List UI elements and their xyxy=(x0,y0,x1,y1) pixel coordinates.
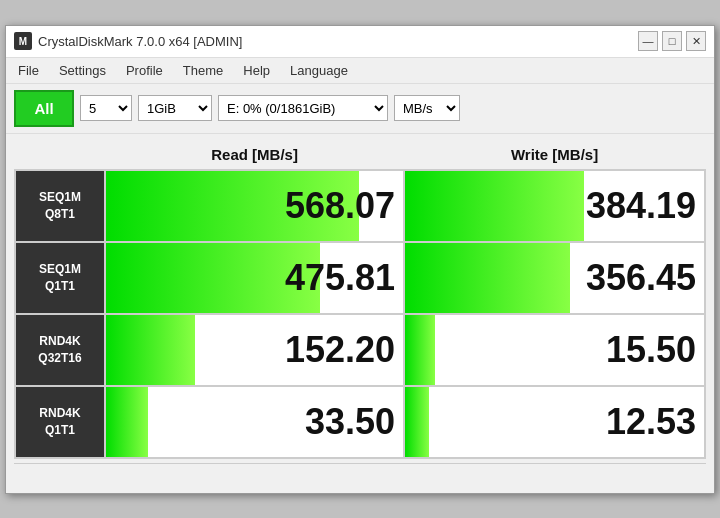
read-value: 33.50 xyxy=(305,401,395,443)
write-cell: 384.19 xyxy=(404,170,705,242)
read-cell: 568.07 xyxy=(105,170,404,242)
row-label-line2: Q8T1 xyxy=(45,207,75,221)
count-select[interactable]: 5 1 3 9 xyxy=(80,95,132,121)
drive-select[interactable]: E: 0% (0/1861GiB) xyxy=(218,95,388,121)
table-row: RND4KQ1T1 33.50 12.53 xyxy=(15,386,705,458)
row-label: RND4KQ1T1 xyxy=(15,386,105,458)
write-bar xyxy=(405,315,435,385)
write-value: 15.50 xyxy=(606,329,696,371)
label-header xyxy=(15,140,105,170)
menu-settings[interactable]: Settings xyxy=(51,60,114,81)
row-label: RND4KQ32T16 xyxy=(15,314,105,386)
write-cell: 356.45 xyxy=(404,242,705,314)
row-label-line1: RND4K xyxy=(39,334,80,348)
title-controls: — □ ✕ xyxy=(638,31,706,51)
row-label-line2: Q1T1 xyxy=(45,279,75,293)
all-button[interactable]: All xyxy=(14,90,74,127)
main-window: M CrystalDiskMark 7.0.0 x64 [ADMIN] — □ … xyxy=(5,25,715,494)
menu-file[interactable]: File xyxy=(10,60,47,81)
read-value: 152.20 xyxy=(285,329,395,371)
write-bar xyxy=(405,243,569,313)
read-cell: 33.50 xyxy=(105,386,404,458)
read-header: Read [MB/s] xyxy=(105,140,404,170)
write-value: 356.45 xyxy=(586,257,696,299)
row-label-line2: Q32T16 xyxy=(38,351,81,365)
write-value: 384.19 xyxy=(586,185,696,227)
menu-help[interactable]: Help xyxy=(235,60,278,81)
menu-profile[interactable]: Profile xyxy=(118,60,171,81)
read-cell: 475.81 xyxy=(105,242,404,314)
row-label: SEQ1MQ8T1 xyxy=(15,170,105,242)
table-header-row: Read [MB/s] Write [MB/s] xyxy=(15,140,705,170)
write-cell: 12.53 xyxy=(404,386,705,458)
window-title: CrystalDiskMark 7.0.0 x64 [ADMIN] xyxy=(38,34,242,49)
app-icon: M xyxy=(14,32,32,50)
read-bar xyxy=(106,315,195,385)
read-bar xyxy=(106,387,148,457)
read-cell: 152.20 xyxy=(105,314,404,386)
row-label-line1: SEQ1M xyxy=(39,262,81,276)
table-row: RND4KQ32T16 152.20 15.50 xyxy=(15,314,705,386)
title-bar-left: M CrystalDiskMark 7.0.0 x64 [ADMIN] xyxy=(14,32,242,50)
close-button[interactable]: ✕ xyxy=(686,31,706,51)
write-bar xyxy=(405,171,584,241)
read-value: 568.07 xyxy=(285,185,395,227)
maximize-button[interactable]: □ xyxy=(662,31,682,51)
minimize-button[interactable]: — xyxy=(638,31,658,51)
write-cell: 15.50 xyxy=(404,314,705,386)
table-row: SEQ1MQ1T1 475.81 356.45 xyxy=(15,242,705,314)
benchmark-table: Read [MB/s] Write [MB/s] SEQ1MQ8T1 568.0… xyxy=(14,140,706,459)
status-bar xyxy=(14,463,706,485)
row-label-line1: RND4K xyxy=(39,406,80,420)
read-value: 475.81 xyxy=(285,257,395,299)
title-bar: M CrystalDiskMark 7.0.0 x64 [ADMIN] — □ … xyxy=(6,26,714,58)
write-bar xyxy=(405,387,429,457)
write-header: Write [MB/s] xyxy=(404,140,705,170)
row-label-line1: SEQ1M xyxy=(39,190,81,204)
menu-language[interactable]: Language xyxy=(282,60,356,81)
toolbar: All 5 1 3 9 1GiB 1MiB 4MiB 4GiB E: 0% (0… xyxy=(6,84,714,134)
menu-theme[interactable]: Theme xyxy=(175,60,231,81)
write-value: 12.53 xyxy=(606,401,696,443)
unit-select[interactable]: MB/s GB/s IOPS xyxy=(394,95,460,121)
row-label-line2: Q1T1 xyxy=(45,423,75,437)
size-select[interactable]: 1GiB 1MiB 4MiB 4GiB xyxy=(138,95,212,121)
row-label: SEQ1MQ1T1 xyxy=(15,242,105,314)
menu-bar: File Settings Profile Theme Help Languag… xyxy=(6,58,714,84)
table-row: SEQ1MQ8T1 568.07 384.19 xyxy=(15,170,705,242)
benchmark-content: Read [MB/s] Write [MB/s] SEQ1MQ8T1 568.0… xyxy=(6,134,714,493)
